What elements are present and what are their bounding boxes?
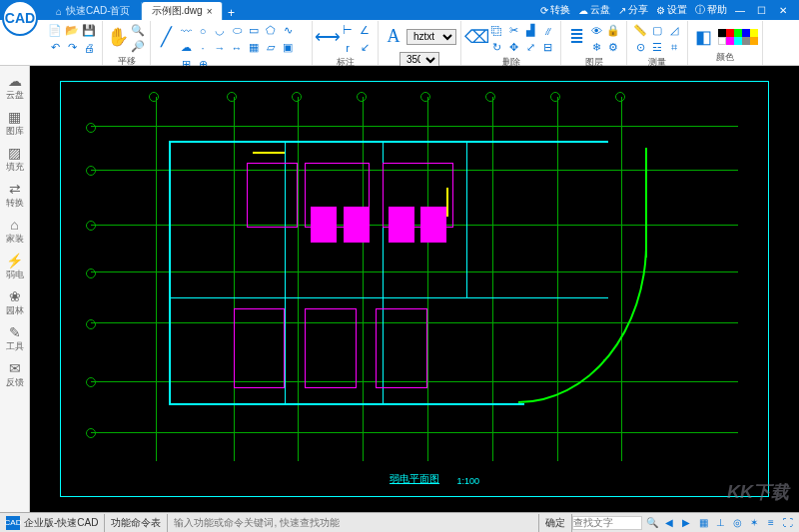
delete-button[interactable]: ⌫ [465,23,487,51]
polar-icon[interactable]: ✶ [747,516,761,530]
edition-label: 企业版-快速CAD [24,516,98,530]
sidebar-item-工具[interactable]: ✎工具 [1,321,29,356]
hatch-button[interactable]: ▦ [246,40,262,56]
cmd-table-button[interactable]: 功能命令表 [105,514,168,532]
list-button[interactable]: ☲ [649,40,665,56]
ortho-icon[interactable]: ⊥ [713,516,727,530]
osnap-icon[interactable]: ◎ [730,516,744,530]
copy-button[interactable]: ⿻ [488,23,504,39]
arc-button[interactable]: ◡ [212,23,228,39]
layer-button[interactable]: ≣ [565,23,587,51]
drawing-canvas[interactable]: 弱电平面图 1:100 KK下载 [30,66,799,512]
rectangle-button[interactable]: ▭ [246,23,262,39]
help-button[interactable]: ⓘ 帮助 [695,3,727,17]
sidebar: ☁云盘▦图库▨填充⇄转换⌂家装⚡弱电❀园林✎工具✉反馈 [0,66,30,512]
share-button[interactable]: ↗ 分享 [618,3,648,17]
tab-add-button[interactable]: + [223,6,239,20]
angle-button[interactable]: ◿ [666,23,682,39]
dimension-button[interactable]: ⟷ [317,23,339,51]
sidebar-label: 园林 [6,304,24,317]
angular-dim-button[interactable]: ∠ [357,23,373,39]
region-button[interactable]: ▱ [263,40,279,56]
xline-button[interactable]: ↔ [229,40,245,56]
lineweight-icon[interactable]: ≡ [764,516,778,530]
sidebar-item-转换[interactable]: ⇄转换 [1,178,29,213]
sidebar-label: 云盘 [6,89,24,102]
color-button[interactable]: ◧ [692,23,714,51]
zoom-in-button[interactable]: 🔍 [130,23,146,39]
area-button[interactable]: ▢ [649,23,665,39]
sidebar-item-填充[interactable]: ▨填充 [1,142,29,177]
line-button[interactable]: ╱ [155,23,177,51]
text-button[interactable]: A [383,23,404,51]
save-button[interactable]: 💾 [81,23,97,39]
zoom-out-button[interactable]: 🔎 [130,39,146,55]
sidebar-item-园林[interactable]: ❀园林 [1,285,29,320]
spline-button[interactable]: ∿ [280,23,296,39]
undo-button[interactable]: ↶ [47,40,63,56]
polyline-button[interactable]: 〰 [178,23,194,39]
mirror-button[interactable]: ▟ [522,23,538,39]
sidebar-item-家装[interactable]: ⌂家装 [1,214,29,249]
ellipse-button[interactable]: ⬭ [229,23,245,39]
search-input[interactable] [572,516,642,530]
sidebar-item-反馈[interactable]: ✉反馈 [1,357,29,392]
radius-dim-button[interactable]: r [340,40,356,56]
sidebar-item-云盘[interactable]: ☁云盘 [1,70,29,105]
layer-on-button[interactable]: 👁 [588,23,604,39]
calc-button[interactable]: ⌗ [666,40,682,56]
distance-button[interactable]: 📏 [632,23,648,39]
block-button[interactable]: ▣ [280,40,296,56]
tab-home[interactable]: ⌂ 快速CAD-首页 [46,2,142,20]
font-select[interactable]: hztxt [406,29,456,45]
nav-prev-icon[interactable]: ◀ [662,516,676,530]
tab-document[interactable]: 示例图.dwg × [142,2,224,20]
layer-lock-button[interactable]: 🔒 [605,23,621,39]
point-button[interactable]: · [195,40,211,56]
layer-props-button[interactable]: ⚙ [605,40,621,56]
ray-button[interactable]: → [212,40,228,56]
minimize-button[interactable]: — [735,5,749,16]
cloud-button[interactable]: ☁ 云盘 [578,3,610,17]
cloud-button[interactable]: ☁ [178,40,194,56]
redo-button[interactable]: ↷ [64,40,80,56]
circle-button[interactable]: ○ [195,23,211,39]
layer-group: ≣ 👁 🔒 ❄ ⚙ 图层 [561,21,627,65]
sidebar-item-图库[interactable]: ▦图库 [1,106,29,141]
rotate-button[interactable]: ↻ [488,40,504,56]
edit-group: ⌫ ⿻ ✂ ▟ ⫽ ↻ ✥ ⤢ ⊟ 删除 [461,21,561,65]
maximize-button[interactable]: ☐ [757,5,771,16]
color-group: ◧ 颜色 [688,21,763,65]
close-icon[interactable]: × [207,6,213,17]
convert-button[interactable]: ⟳ 转换 [540,3,570,17]
trim-button[interactable]: ⊟ [539,40,555,56]
leader-button[interactable]: ↙ [357,40,373,56]
print-button[interactable]: 🖨 [81,40,97,56]
sidebar-icon: ✎ [9,324,21,340]
command-input[interactable] [174,516,532,530]
sidebar-item-弱电[interactable]: ⚡弱电 [1,250,29,284]
grid-snap-icon[interactable]: ▦ [696,516,710,530]
pan-button[interactable]: ✋ [107,23,129,51]
search-icon[interactable]: 🔍 [645,516,659,530]
cut-button[interactable]: ✂ [505,23,521,39]
close-button[interactable]: ✕ [779,5,793,16]
open-file-button[interactable]: 📂 [64,23,80,39]
layer-freeze-button[interactable]: ❄ [588,40,604,56]
move-button[interactable]: ✥ [505,40,521,56]
color-palette[interactable] [718,29,758,45]
offset-button[interactable]: ⫽ [539,23,555,39]
fullscreen-icon[interactable]: ⛶ [781,516,795,530]
scale-button[interactable]: ⤢ [522,40,538,56]
polygon-button[interactable]: ⬠ [263,23,279,39]
sidebar-icon: ✉ [9,360,21,376]
new-file-button[interactable]: 📄 [47,23,63,39]
sidebar-label: 弱电 [6,268,24,281]
linear-dim-button[interactable]: ⊢ [340,23,356,39]
id-point-button[interactable]: ⊙ [632,40,648,56]
sidebar-label: 填充 [6,161,24,174]
app-logo[interactable]: CAD [2,0,38,36]
nav-next-icon[interactable]: ▶ [679,516,693,530]
settings-button[interactable]: ⚙ 设置 [656,3,687,17]
confirm-button[interactable]: 确定 [539,514,572,532]
